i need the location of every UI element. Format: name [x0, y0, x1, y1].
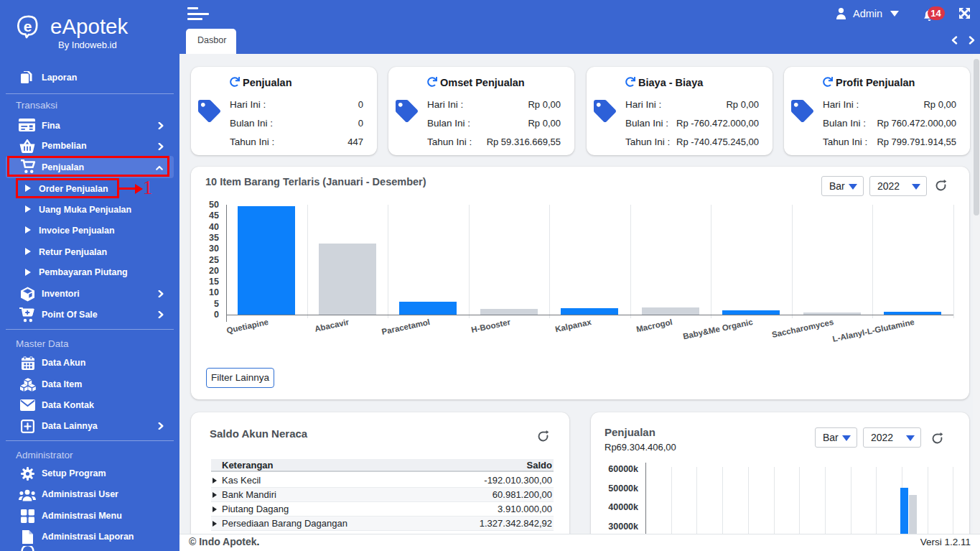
svg-text:e: e [24, 18, 32, 34]
